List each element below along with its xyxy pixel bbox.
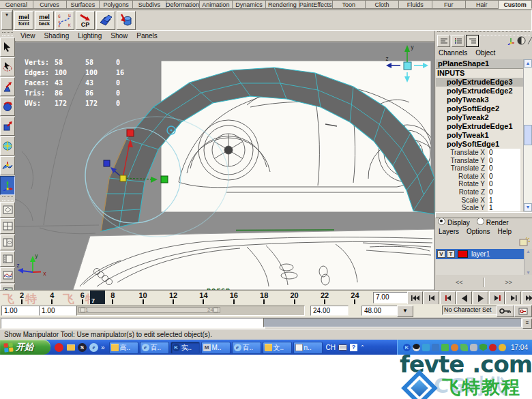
panel-menu-item[interactable]: Panels — [136, 32, 158, 40]
scale-tool-button[interactable] — [0, 117, 15, 136]
taskbar-task-button[interactable]: 百.. — [232, 342, 261, 354]
play-backwards-button[interactable] — [456, 291, 472, 305]
pager-left-button[interactable]: << — [435, 279, 484, 286]
range-dropdown-button[interactable]: ▼ — [397, 306, 413, 317]
channel-node[interactable]: polyExtrudeEdge1 — [436, 122, 532, 131]
taskbar-task-button[interactable]: n.. — [293, 342, 323, 354]
shelf-tab[interactable]: Cloth — [366, 0, 399, 9]
channel-node[interactable]: polyTweak1 — [436, 131, 532, 140]
layer-visibility-toggle[interactable]: V — [437, 250, 445, 258]
current-frame-marker[interactable]: 7 — [90, 291, 105, 305]
channel-value-field[interactable]: 1 — [488, 204, 520, 211]
taskbar-task-button[interactable]: 文.. — [263, 342, 292, 354]
taskbar-task-button[interactable]: 高.. — [109, 342, 138, 354]
select-tool-button[interactable] — [0, 38, 15, 57]
render-sphere-icon[interactable] — [517, 36, 526, 46]
shelf-tab[interactable]: Fluids — [399, 0, 432, 9]
shelf-tab[interactable]: Rendering — [266, 0, 299, 9]
scroll-down-icon[interactable]: ▼ — [524, 203, 532, 211]
mel-front-shelf-button[interactable]: mel fornt — [14, 11, 33, 30]
channel-node[interactable]: polySoftEdge2 — [436, 104, 532, 113]
tray-messenger-icon[interactable] — [422, 344, 430, 351]
shelf-tab[interactable]: Animation — [200, 0, 233, 9]
shelf-tab[interactable]: Polygons — [100, 0, 133, 9]
shelf-tab[interactable]: Toon — [333, 0, 366, 9]
step-forward-frame-button[interactable] — [505, 291, 521, 305]
channel-box-menu-item[interactable]: Channels — [439, 49, 467, 58]
layer-color-swatch[interactable] — [458, 250, 468, 258]
range-slider[interactable]: 1 24 — [76, 306, 305, 316]
taskbar-task-button[interactable]: 百.. — [140, 342, 169, 354]
channel-node[interactable]: polySoftEdge1 — [436, 140, 532, 149]
channel-node[interactable]: polyExtrudeEdge3 — [436, 78, 532, 87]
shelf-tab[interactable]: Dynamics — [233, 0, 266, 9]
channel-node[interactable]: polyExtrudeEdge2 — [436, 87, 532, 95]
shelf-tab[interactable]: Deformation — [166, 0, 200, 9]
shelf-tab[interactable]: Fur — [432, 0, 466, 9]
browser-s-quicklaunch-icon[interactable]: S — [78, 343, 87, 352]
move-tool-button[interactable] — [0, 77, 15, 96]
toolbox-drag-handle[interactable] — [2, 32, 13, 36]
layout-single-pane-button[interactable] — [0, 202, 15, 218]
step-back-frame-button[interactable] — [424, 291, 439, 305]
tray-volume-icon[interactable] — [499, 344, 506, 351]
range-end-handle[interactable] — [213, 308, 218, 312]
taskbar-task-button[interactable]: 实.. — [171, 342, 200, 354]
panel-menu-item[interactable]: Show — [110, 32, 128, 40]
shelf-tab[interactable]: Hair — [466, 0, 499, 9]
shelf-tab[interactable]: PaintEffects — [299, 0, 333, 9]
manipulator-center-handle[interactable] — [120, 175, 126, 181]
universal-manipulator-tool-button[interactable] — [0, 136, 15, 156]
channel-layout-3-button[interactable] — [466, 35, 479, 47]
script-editor-button[interactable]: ≡ — [522, 319, 532, 329]
character-set-field[interactable]: No Character Set — [442, 306, 498, 315]
layout-pane-outliner-button[interactable] — [0, 251, 15, 267]
poly-plane-shelf-button[interactable] — [96, 11, 115, 30]
start-button[interactable]: 开始 — [0, 340, 50, 355]
shelf-tab[interactable]: General — [0, 0, 33, 9]
go-to-start-button[interactable] — [407, 291, 423, 305]
scroll-thumb[interactable] — [524, 125, 532, 145]
manipulator-y-handle[interactable] — [104, 160, 110, 166]
panel-menu-item[interactable]: View — [20, 32, 35, 40]
viewport-canvas[interactable]: y z y z x Vert — [15, 42, 434, 290]
channel-value-field[interactable]: 0 — [488, 173, 520, 181]
channel-object-name[interactable]: pPlaneShape1 — [436, 59, 532, 69]
range-slider-thumb[interactable]: 1 24 — [78, 307, 220, 313]
layer-template-toggle[interactable]: T — [447, 250, 455, 258]
channel-node[interactable]: polyTweak2 — [436, 113, 532, 122]
channel-value-field[interactable]: 0 — [488, 180, 520, 188]
manipulator-mode-icon[interactable] — [506, 36, 516, 46]
shelf-selector-widget[interactable]: ▾ — [1, 11, 12, 30]
keyboard-icon[interactable] — [338, 344, 347, 351]
render-radio[interactable]: Render — [477, 218, 509, 226]
media-player-quicklaunch-icon[interactable] — [55, 343, 63, 352]
command-line-input[interactable] — [1, 318, 265, 329]
help-tray-icon[interactable]: ? — [350, 344, 357, 351]
lasso-select-tool-button[interactable] — [0, 57, 15, 76]
playback-start-field[interactable]: 1.00 — [39, 306, 77, 316]
tray-mouse-icon[interactable] — [470, 344, 477, 351]
tray-qq-icon[interactable] — [413, 344, 420, 351]
shelf-tab[interactable]: Custom — [499, 0, 532, 9]
mel-back-shelf-button[interactable]: mel back — [35, 11, 54, 30]
rotate-tool-button[interactable] — [0, 97, 15, 116]
layout-graph-editor-button[interactable] — [0, 267, 15, 283]
show-manipulator-tool-button[interactable] — [0, 176, 15, 195]
animation-start-field[interactable]: 1.00 — [1, 306, 40, 316]
tray-ati-icon[interactable] — [489, 344, 497, 351]
tray-network-icon[interactable] — [432, 344, 439, 351]
layer-menu-item[interactable]: Help — [497, 228, 512, 236]
top-view-image-plane[interactable] — [73, 229, 434, 290]
ep-curve-shelf-button[interactable]: GU xx K — [55, 11, 74, 30]
tray-update-icon[interactable] — [451, 344, 458, 351]
step-forward-key-button[interactable] — [489, 291, 505, 305]
ie-quicklaunch-icon[interactable] — [89, 343, 98, 352]
auto-keyframe-button[interactable] — [514, 305, 532, 317]
cp-shelf-button[interactable]: CP — [76, 11, 95, 30]
layout-four-pane-button[interactable] — [0, 218, 15, 234]
layer-scrollbar[interactable]: ▲▼ — [524, 249, 532, 275]
folder-quicklaunch-icon[interactable] — [66, 343, 75, 352]
channel-value-field[interactable]: 0 — [488, 157, 520, 165]
playback-end-field[interactable]: 24.00 — [310, 306, 349, 316]
